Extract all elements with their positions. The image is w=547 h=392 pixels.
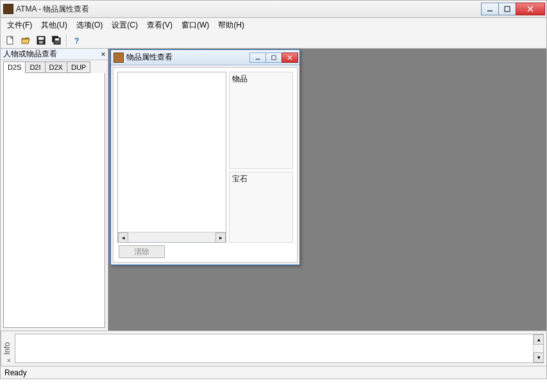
section-gem-label: 宝石 (232, 174, 290, 184)
menu-file[interactable]: 文件(F) (3, 19, 36, 32)
section-item-label: 物品 (232, 74, 290, 85)
left-pane-content[interactable] (3, 73, 105, 328)
svg-rect-8 (39, 41, 43, 44)
right-column: 物品 宝石 (229, 72, 293, 243)
minimize-button[interactable] (481, 3, 499, 15)
left-pane-title: 人物或物品查看 (3, 49, 57, 60)
svg-rect-14 (272, 55, 276, 59)
child-window-titlebar[interactable]: 物品属性查看 (111, 50, 299, 65)
child-window-item-props: 物品属性查看 ◂ ▸ (110, 49, 300, 265)
menu-options[interactable]: 选项(O) (72, 19, 106, 32)
child-window-icon (114, 53, 124, 63)
menu-window[interactable]: 窗口(W) (178, 19, 213, 32)
toolbar: ? (0, 32, 547, 49)
section-gem: 宝石 (229, 172, 293, 243)
section-item: 物品 (229, 72, 293, 169)
save-button[interactable] (34, 33, 48, 47)
scroll-down-button[interactable]: ▾ (534, 352, 544, 363)
info-textarea[interactable]: ▴ ▾ (15, 334, 544, 363)
left-pane-tabs: D2S D2I D2X DUP (1, 60, 108, 73)
window-title: ATMA - 物品属性查看 (16, 4, 482, 15)
info-pane-label: Info (3, 342, 12, 355)
open-button[interactable] (19, 33, 33, 47)
window-controls (482, 3, 545, 15)
info-pane-tab[interactable]: × Info (1, 331, 12, 366)
svg-rect-1 (505, 6, 510, 12)
child-window-title: 物品属性查看 (126, 52, 250, 63)
button-row: 清除 (117, 245, 293, 258)
left-dock-pane: 人物或物品查看 × D2S D2I D2X DUP (1, 49, 108, 331)
new-button[interactable] (3, 33, 17, 47)
tab-dup[interactable]: DUP (67, 61, 90, 73)
left-pane-close-button[interactable]: × (99, 50, 108, 59)
listbox-hscrollbar[interactable]: ◂ ▸ (118, 232, 226, 242)
listbox-content[interactable] (118, 72, 226, 232)
help-button[interactable]: ? (70, 33, 84, 47)
scroll-right-button[interactable]: ▸ (215, 233, 226, 243)
info-pane: × Info ▴ ▾ (0, 331, 547, 366)
tab-d2i[interactable]: D2I (25, 61, 45, 73)
main-area: 人物或物品查看 × D2S D2I D2X DUP 物品属性查看 (0, 49, 547, 331)
menu-other[interactable]: 其他(U) (37, 19, 71, 32)
child-minimize-button[interactable] (249, 53, 266, 63)
child-window-controls (250, 53, 298, 63)
svg-rect-7 (38, 37, 44, 40)
menu-help[interactable]: 帮助(H) (214, 19, 248, 32)
child-body-row: ◂ ▸ 物品 宝石 (117, 72, 293, 243)
menu-view[interactable]: 查看(V) (143, 19, 176, 32)
child-window-body: ◂ ▸ 物品 宝石 清除 (113, 67, 298, 263)
left-pane-header: 人物或物品查看 × (1, 49, 108, 60)
child-close-button[interactable] (282, 53, 298, 63)
menu-bar: 文件(F) 其他(U) 选项(O) 设置(C) 查看(V) 窗口(W) 帮助(H… (0, 18, 547, 32)
svg-text:?: ? (74, 37, 79, 45)
status-text: Ready (4, 368, 27, 377)
mdi-client-area: 物品属性查看 ◂ ▸ (108, 49, 546, 331)
save-all-button[interactable] (49, 33, 63, 47)
tab-d2s[interactable]: D2S (3, 61, 26, 73)
child-maximize-button[interactable] (265, 53, 282, 63)
info-vscrollbar[interactable]: ▴ ▾ (533, 334, 543, 363)
scroll-left-button[interactable]: ◂ (118, 233, 128, 243)
info-pane-close-button[interactable]: × (7, 357, 11, 364)
menu-settings[interactable]: 设置(C) (108, 19, 142, 32)
window-titlebar: ATMA - 物品属性查看 (0, 0, 547, 18)
maximize-button[interactable] (498, 3, 516, 15)
close-button[interactable] (516, 3, 545, 15)
app-icon (3, 4, 13, 14)
scroll-vtrack[interactable] (534, 345, 543, 352)
svg-rect-11 (55, 38, 59, 40)
scroll-up-button[interactable]: ▴ (534, 334, 544, 345)
clear-button[interactable]: 清除 (119, 245, 165, 258)
toolbar-separator (66, 34, 67, 47)
status-bar: Ready (0, 366, 547, 379)
item-listbox[interactable]: ◂ ▸ (117, 72, 226, 243)
tab-d2x[interactable]: D2X (45, 61, 67, 73)
